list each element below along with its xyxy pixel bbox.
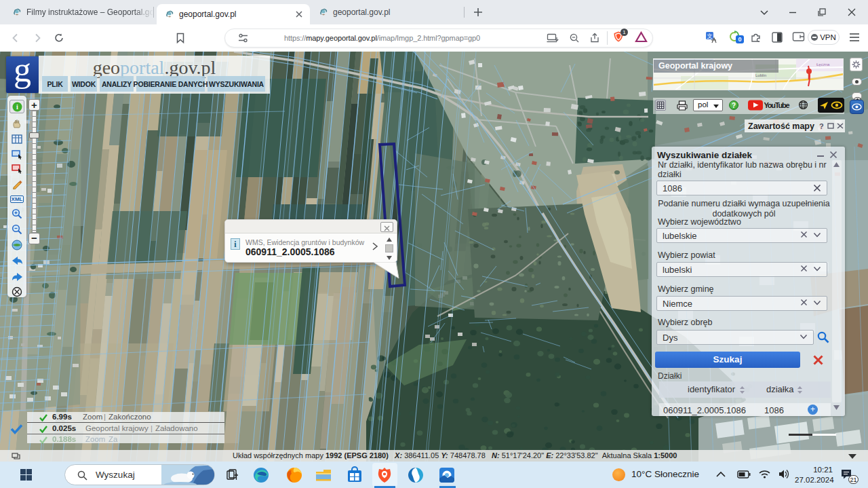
svg-text:Lublin: Lublin bbox=[755, 73, 766, 77]
svg-text:i: i bbox=[16, 103, 18, 111]
svg-text:文: 文 bbox=[707, 33, 713, 39]
svg-text:Łęczna: Łęczna bbox=[816, 62, 830, 67]
svg-text:YouTube: YouTube bbox=[764, 101, 790, 109]
